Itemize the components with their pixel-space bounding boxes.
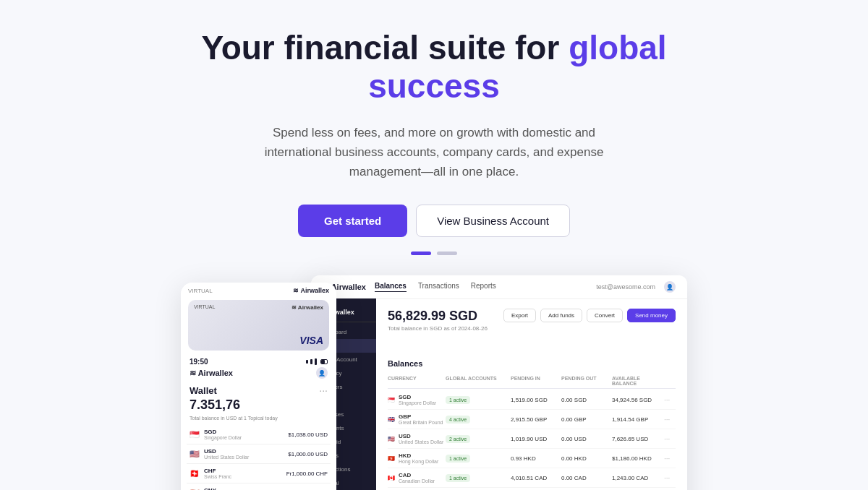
currency-sgd: 🇸🇬 SGD Singapore Dollar $1,038.00 USD [187,425,331,444]
tab-transactions[interactable]: Transactions [418,282,459,292]
more-icon[interactable]: ··· [319,384,328,396]
visa-logo: VISA [299,335,323,346]
currency-cell-gbp: 🇬🇧GBPGreat Britain Pound [388,413,446,425]
mobile-wallet-header: Wallet ··· [181,380,336,397]
currency-amount-usd: $1,000.00 USD [288,451,328,457]
code-sgd: SGD [399,394,436,400]
pending-in-cad: 4,010.51 CAD [511,475,561,481]
active-badge-sgd[interactable]: 1 active [446,396,470,404]
mobile-time: 19:50 [190,358,208,366]
pending-in-gbp: 2,915.50 GBP [511,416,561,423]
pending-in-hkd: 0.93 HKD [511,455,561,462]
code-usd: USD [399,433,443,439]
dot-1[interactable] [411,252,431,255]
dot-2[interactable] [437,252,457,255]
currency-code-cny: CNY [204,487,284,490]
get-started-button[interactable]: Get started [298,205,407,237]
active-badge-hkd[interactable]: 1 active [446,455,470,463]
battery-fill [321,360,325,364]
export-button[interactable]: Export [503,309,536,322]
flag-cad-dash: 🇨🇦 [388,475,395,481]
accounts-cad: 1 active [446,475,511,481]
row-menu-usd[interactable]: ··· [664,435,676,443]
name-sgd: Singapore Dollar [399,400,436,405]
currency-info-chf: CHF Swiss Franc [204,468,282,479]
balance-gbp: 1,914.54 GBP [612,416,664,423]
flag-sgd: 🇸🇬 [190,430,200,439]
name-cad: Canadian Dollar [399,478,435,483]
col-available-balance: AVAILABLE BALANCE [612,376,664,386]
code-cad: CAD [399,472,435,478]
wallet-header-row: ≋ Airwallex 👤 [181,367,336,380]
flag-sgd-dash: 🇸🇬 [388,397,395,403]
flag-usd: 🇺🇸 [190,450,200,459]
accounts-usd: 2 active [446,436,511,442]
convert-button[interactable]: Convert [587,309,623,322]
balances-table-header: CURRENCY GLOBAL ACCOUNTS PENDING IN PEND… [388,374,676,389]
currency-code-chf: CHF [204,468,282,474]
table-row-hkd: 🇭🇰HKDHong Kong Dollar 1 active 0.93 HKD … [388,449,676,468]
col-currency: CURRENCY [388,376,446,386]
col-pending-out: PENDING OUT [561,376,612,386]
pending-in-sgd: 1,519.00 SGD [511,397,561,403]
col-actions [664,376,676,386]
airwallex-logo-top: ≋ Airwallex [293,287,329,294]
balance-cad: 1,243.00 CAD [612,475,664,481]
user-avatar[interactable]: 👤 [664,281,676,293]
signal-bar-1 [306,360,308,364]
tab-reports[interactable]: Reports [471,282,496,292]
table-row-usd: 🇺🇸USDUnited States Dollar 2 active 1,019… [388,429,676,449]
virtual-label-top: VIRTUAL [188,288,213,294]
table-row-sgd: 🇸🇬SGDSingapore Dollar 1 active 1,519.00 … [388,390,676,410]
hero-subtitle: Spend less on fees, and more on growth w… [246,123,622,182]
row-menu-hkd[interactable]: ··· [664,455,676,463]
send-money-button[interactable]: Send money [627,309,676,322]
name-gbp: Great Britain Pound [399,420,443,425]
table-row-gbp: 🇬🇧GBPGreat Britain Pound 4 active 2,915.… [388,410,676,429]
currency-cell-hkd: 🇭🇰HKDHong Kong Dollar [388,452,446,464]
currency-cell-cad: 🇨🇦CADCanadian Dollar [388,472,446,483]
pending-out-sgd: 0.00 SGD [561,397,612,403]
active-badge-cad[interactable]: 1 active [446,474,470,482]
row-menu-cad[interactable]: ··· [664,474,676,482]
tab-balances[interactable]: Balances [375,282,407,292]
currency-chf: 🇨🇭 CHF Swiss Franc Fr1,000.00 CHF [187,464,331,483]
hero-section: Your financial suite for global success … [181,29,687,275]
mobile-currency-list: 🇸🇬 SGD Singapore Dollar $1,038.00 USD 🇺🇸… [181,425,336,490]
mobile-time-bar: 19:50 [181,353,336,367]
pending-out-gbp: 0.00 GBP [561,416,612,423]
dot-indicators [181,252,687,255]
screenshots-container: VIRTUAL ≋ Airwallex VIRTUAL ≋ Airwallex … [181,275,687,490]
balances-section-title: Balances [388,359,676,368]
hero-title: Your financial suite for global success [181,29,687,106]
currency-usd: 🇺🇸 USD United States Dollar $1,000.00 US… [187,444,331,464]
active-badge-gbp[interactable]: 4 active [446,416,470,424]
accounts-sgd: 1 active [446,397,511,403]
balance-sgd: 34,924.56 SGD [612,397,664,403]
flag-hkd-dash: 🇭🇰 [388,455,395,462]
row-menu-gbp[interactable]: ··· [664,416,676,424]
currency-code-usd: USD [204,448,284,455]
dashboard-screenshot: ≋ Airwallex Balances Transactions Report… [311,275,687,490]
active-badge-usd[interactable]: 2 active [446,435,470,443]
profile-icon: 👤 [316,367,328,379]
airwallex-brand: ≋ Airwallex [190,369,233,378]
balance-usd: 7,626.65 USD [612,436,664,442]
dashboard-user-email: test@awesome.com [596,283,655,291]
code-hkd: HKD [399,452,438,459]
flag-usd-dash: 🇺🇸 [388,436,395,442]
row-menu-sgd[interactable]: ··· [664,396,676,404]
signal-icons [306,358,328,365]
view-business-account-button[interactable]: View Business Account [416,205,570,237]
add-funds-button[interactable]: Add funds [540,309,582,322]
accounts-hkd: 1 active [446,455,511,462]
currency-code-sgd: SGD [204,429,284,435]
hero-title-start: Your financial suite for [201,29,569,66]
dashboard-topbar: ≋ Airwallex Balances Transactions Report… [311,275,687,299]
balance-hkd: $1,186.00 HKD [612,455,664,462]
mobile-balance-amount: 7.351,76 [190,397,240,413]
dash-nav-tabs: Balances Transactions Reports [375,282,496,292]
currency-info-sgd: SGD Singapore Dollar [204,429,284,440]
wallet-title: Wallet [190,385,217,396]
currency-name-chf: Swiss Franc [204,474,282,479]
